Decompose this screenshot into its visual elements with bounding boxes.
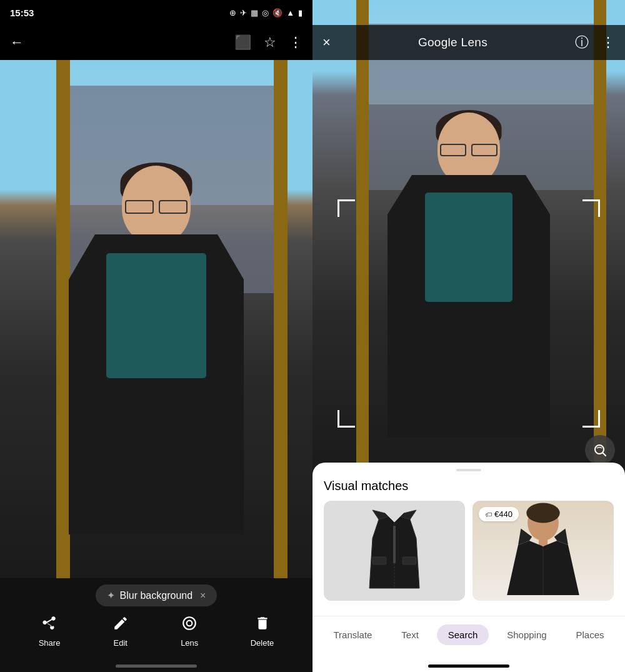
toolbar-left: ← — [10, 34, 24, 51]
svg-rect-9 — [539, 538, 548, 546]
left-panel: 15:53 ⊕ ✈ ▦ ◎ 🔇 ▲ ▮ ← ⬛ ☆ ⋮ — [0, 0, 312, 672]
svg-rect-6 — [402, 557, 416, 564]
right-window-frame — [274, 60, 288, 578]
telegram-icon: ✈ — [240, 8, 247, 18]
share-label: Share — [39, 638, 61, 648]
jacket-product-svg — [366, 507, 422, 594]
left-toolbar: ← ⬛ ☆ ⋮ — [0, 25, 312, 60]
left-home-indicator — [0, 659, 312, 672]
google-lens-title: Google Lens — [418, 36, 488, 49]
selection-corner-br — [582, 410, 600, 428]
tab-text[interactable]: Text — [390, 624, 430, 645]
home-bar — [428, 664, 509, 668]
person-tshirt — [106, 253, 206, 378]
whatsapp-icon: ⊕ — [229, 8, 236, 18]
tab-bar: Translate Text Search Shopping Places — [312, 616, 625, 659]
tab-text-label: Text — [401, 629, 419, 640]
lens-photo-bg — [312, 0, 625, 475]
l-person-head — [438, 113, 500, 184]
tab-translate[interactable]: Translate — [322, 624, 383, 645]
mute-icon: 🔇 — [272, 8, 282, 18]
blur-badge-label: Blur background — [120, 590, 193, 601]
lens-icon — [181, 615, 198, 635]
blur-background-badge: ✦ Blur background × — [96, 584, 218, 606]
selection-corner-tr — [582, 199, 600, 217]
person-glasses — [125, 200, 188, 213]
tab-search-label: Search — [448, 629, 478, 640]
svg-line-3 — [603, 453, 606, 456]
price-badge: 🏷 €440 — [479, 507, 519, 521]
home-indicator — [312, 659, 625, 672]
tab-places-label: Places — [576, 629, 604, 640]
price-label: €440 — [494, 509, 512, 519]
delete-icon — [254, 615, 271, 635]
match-card-jacket[interactable] — [324, 501, 465, 601]
lens-close-icon[interactable]: × — [322, 34, 331, 51]
svg-point-0 — [183, 617, 196, 629]
back-icon[interactable]: ← — [10, 34, 24, 51]
left-bottom-bar: ✦ Blur background × Share Edit — [0, 578, 312, 659]
lens-search-button[interactable] — [585, 435, 615, 465]
cast-icon[interactable]: ⬛ — [234, 34, 251, 51]
svg-rect-5 — [372, 557, 386, 564]
selection-corner-tl — [338, 199, 355, 217]
person-cup — [150, 488, 184, 528]
delete-label: Delete — [251, 638, 274, 648]
instagram-icon: ◎ — [262, 8, 269, 18]
matches-row: 🏷 €440 — [312, 501, 625, 616]
sparkle-icon: ✦ — [107, 589, 115, 601]
selection-corner-bl — [338, 410, 355, 428]
calendar-icon: ▦ — [251, 8, 258, 18]
bottom-sheet: Visual matches — [312, 463, 625, 672]
lens-photo-container — [312, 0, 625, 475]
tab-shopping[interactable]: Shopping — [496, 624, 558, 645]
left-status-icons: ⊕ ✈ ▦ ◎ 🔇 ▲ ▮ — [229, 8, 302, 18]
photo-container — [0, 60, 312, 578]
svg-point-8 — [526, 503, 559, 523]
lens-button[interactable]: Lens — [181, 615, 198, 648]
left-home-bar — [116, 664, 197, 668]
edit-button[interactable]: Edit — [112, 615, 129, 648]
edit-label: Edit — [114, 638, 128, 648]
share-button[interactable]: Share — [39, 615, 61, 648]
tab-search[interactable]: Search — [437, 624, 489, 645]
lens-more-icon[interactable]: ⋮ — [601, 34, 615, 51]
blur-close-icon[interactable]: × — [200, 590, 206, 601]
selection-box — [338, 199, 600, 428]
toolbar-right: ⬛ ☆ ⋮ — [234, 34, 302, 51]
tab-places[interactable]: Places — [565, 624, 616, 645]
delete-button[interactable]: Delete — [251, 615, 274, 648]
favorite-icon[interactable]: ☆ — [264, 34, 276, 51]
l-person-glasses — [440, 144, 498, 155]
match-card-jacket-bg — [324, 501, 465, 601]
sheet-handle — [456, 469, 481, 471]
match-card-person[interactable]: 🏷 €440 — [472, 501, 614, 601]
right-toolbar-icons: ⓘ ⋮ — [575, 33, 615, 52]
tag-icon: 🏷 — [485, 511, 492, 518]
svg-point-1 — [187, 621, 192, 626]
more-icon[interactable]: ⋮ — [289, 34, 302, 51]
wifi-icon: ▲ — [286, 8, 294, 18]
edit-icon — [112, 615, 129, 635]
visual-matches-title: Visual matches — [312, 475, 625, 501]
right-toolbar: × Google Lens ⓘ ⋮ — [312, 25, 625, 60]
info-icon[interactable]: ⓘ — [575, 33, 589, 52]
svg-rect-4 — [393, 526, 396, 563]
photo-bg — [0, 60, 312, 578]
left-status-bar: 15:53 ⊕ ✈ ▦ ◎ 🔇 ▲ ▮ — [0, 0, 312, 25]
battery-icon: ▮ — [298, 8, 302, 18]
tab-translate-label: Translate — [333, 629, 372, 640]
person-head — [122, 166, 191, 244]
person-figure — [56, 166, 256, 578]
lens-label: Lens — [181, 638, 198, 648]
share-icon — [41, 615, 58, 635]
tab-shopping-label: Shopping — [507, 629, 546, 640]
left-time: 15:53 — [10, 8, 34, 18]
action-buttons: Share Edit Lens — [0, 615, 312, 648]
right-panel: 15:53 ⊕ ✈ ▦ ◎ 🔇 ▲ ▮ — [312, 0, 625, 672]
